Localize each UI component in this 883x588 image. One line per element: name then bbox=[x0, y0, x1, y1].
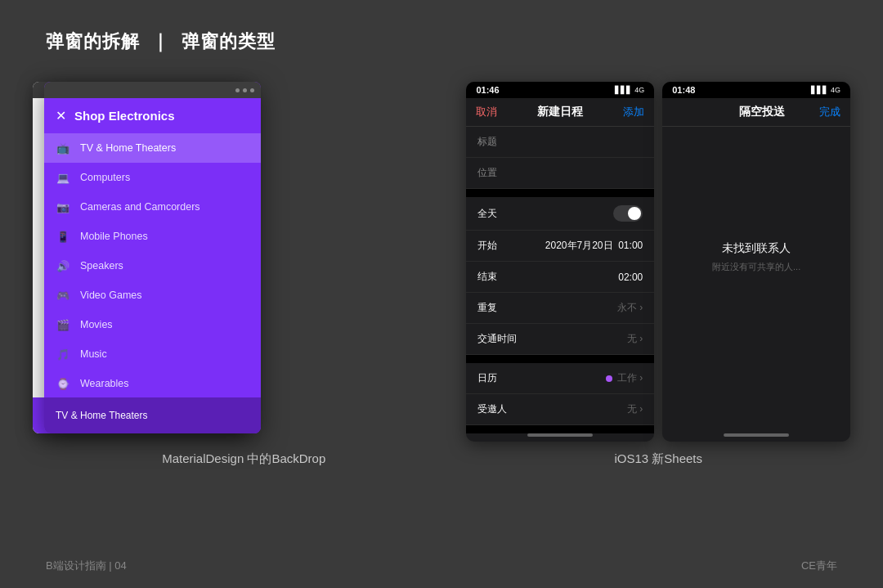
menu-item-music[interactable]: 🎵 Music bbox=[44, 339, 261, 369]
laptop-icon: 💻 bbox=[56, 170, 70, 185]
camera-icon: 📷 bbox=[56, 200, 70, 214]
speaker-icon: 🔊 bbox=[56, 258, 70, 273]
ios2-content-area: 未找到联系人 附近没有可共享的人... bbox=[662, 127, 850, 388]
section-gap-3 bbox=[466, 425, 654, 433]
form-row-repeat[interactable]: 重复 永不 › bbox=[466, 293, 654, 324]
front-screen: ✕ Shop Electronics 📺 TV & Home Theaters … bbox=[44, 82, 261, 433]
menu-item-games[interactable]: 🎮 Video Games bbox=[44, 281, 261, 310]
ios-screen-1: 01:46 ▋▋▋ 4G 取消 新建日程 添加 标题 位置 bbox=[466, 82, 654, 442]
backdrop-wrapper: Types of TV & Home Theater Products Smar… bbox=[33, 82, 455, 442]
bottom-bar: B端设计指南 | 04 CE青年 bbox=[46, 559, 837, 573]
ios-status-bar-1: 01:46 ▋▋▋ 4G bbox=[466, 82, 654, 98]
ios-add-button[interactable]: 添加 bbox=[623, 105, 644, 119]
close-icon[interactable]: ✕ bbox=[56, 108, 66, 123]
ios-status-bar-2: 01:48 ▋▋▋ 4G bbox=[662, 82, 850, 98]
menu-item-phones[interactable]: 📱 Mobile Phones bbox=[44, 222, 261, 251]
ios-bottom-bar-1 bbox=[527, 433, 593, 437]
front-menu-title: Shop Electronics bbox=[74, 109, 175, 123]
ios-signal-icons-2: ▋▋▋ 4G bbox=[811, 86, 840, 94]
menu-item-speakers[interactable]: 🔊 Speakers bbox=[44, 251, 261, 281]
menu-item-tv[interactable]: 📺 TV & Home Theaters bbox=[44, 133, 261, 163]
ios-label: iOS13 新Sheets bbox=[614, 451, 702, 467]
ios-nav-title-1: 新建日程 bbox=[537, 105, 583, 119]
menu-item-cameras[interactable]: 📷 Cameras and Camcorders bbox=[44, 192, 261, 222]
ios2-nav-bar: 隔空投送 完成 bbox=[662, 98, 850, 127]
ios2-done-button[interactable]: 完成 bbox=[819, 105, 840, 119]
ios-nav-bar-1: 取消 新建日程 添加 bbox=[466, 98, 654, 127]
calendar-value-group: 工作 › bbox=[606, 371, 643, 385]
screens-container: Types of TV & Home Theater Products Smar… bbox=[33, 82, 850, 474]
menu-item-computers[interactable]: 💻 Computers bbox=[44, 163, 261, 192]
form-row-title: 标题 bbox=[466, 127, 654, 158]
front-screen-footer: TV & Home Theaters bbox=[44, 397, 261, 433]
material-label: MaterialDesign 中的BackDrop bbox=[162, 451, 325, 467]
footer-label: TV & Home Theaters bbox=[56, 410, 148, 421]
ios-bottom-bar-2 bbox=[724, 433, 789, 437]
tv-icon: 📺 bbox=[56, 141, 70, 155]
dot4 bbox=[235, 88, 240, 92]
ios-cancel-button[interactable]: 取消 bbox=[476, 105, 497, 119]
ios-time-1: 01:46 bbox=[476, 85, 499, 95]
bottom-right: CE青年 bbox=[801, 559, 837, 573]
ios-screen-2: 01:48 ▋▋▋ 4G 隔空投送 完成 未找到联系人 附近没有可共享的人... bbox=[662, 82, 850, 442]
section-gap-1 bbox=[466, 189, 654, 197]
material-section: Types of TV & Home Theater Products Smar… bbox=[33, 82, 455, 474]
ios2-content: 未找到联系人 附近没有可共享的人... bbox=[699, 225, 814, 290]
form-row-invitees[interactable]: 受邀人 无 › bbox=[466, 394, 654, 425]
menu-item-movies[interactable]: 🎬 Movies bbox=[44, 310, 261, 339]
dot6 bbox=[250, 88, 254, 92]
front-menu-header: ✕ Shop Electronics bbox=[44, 98, 261, 133]
phone-icon: 📱 bbox=[56, 229, 70, 244]
music-icon: 🎵 bbox=[56, 347, 70, 361]
ios-wrapper: 01:46 ▋▋▋ 4G 取消 新建日程 添加 标题 位置 bbox=[466, 82, 850, 442]
dot5 bbox=[243, 88, 247, 92]
form-row-start: 开始 2020年7月20日 01:00 bbox=[466, 231, 654, 262]
film-icon: 🎬 bbox=[56, 317, 70, 332]
no-contact-label: 未找到联系人 bbox=[712, 241, 800, 256]
toggle-knob bbox=[628, 207, 641, 220]
bottom-left: B端设计指南 | 04 bbox=[46, 559, 127, 573]
form-row-travel[interactable]: 交通时间 无 › bbox=[466, 324, 654, 355]
gamepad-icon: 🎮 bbox=[56, 288, 70, 303]
form-row-location: 位置 bbox=[466, 158, 654, 189]
front-screen-header bbox=[44, 82, 261, 98]
watch-icon: ⌚ bbox=[56, 376, 70, 391]
no-contact-sub: 附近没有可共享的人... bbox=[712, 261, 800, 273]
all-day-toggle[interactable] bbox=[613, 205, 643, 222]
form-row-calendar[interactable]: 日历 工作 › bbox=[466, 363, 654, 394]
ios2-nav-title: 隔空投送 bbox=[739, 105, 785, 119]
ios-signal-icons-1: ▋▋▋ 4G bbox=[615, 86, 644, 94]
calendar-dot bbox=[606, 375, 612, 382]
form-row-allday: 全天 bbox=[466, 197, 654, 231]
ios-section: 01:46 ▋▋▋ 4G 取消 新建日程 添加 标题 位置 bbox=[466, 82, 850, 474]
form-row-end: 结束 02:00 bbox=[466, 262, 654, 293]
page-title: 弹窗的拆解 ｜ 弹窗的类型 bbox=[46, 29, 276, 54]
section-gap-2 bbox=[466, 355, 654, 363]
ios-time-2: 01:48 bbox=[672, 85, 695, 95]
menu-item-wearables[interactable]: ⌚ Wearables bbox=[44, 369, 261, 398]
